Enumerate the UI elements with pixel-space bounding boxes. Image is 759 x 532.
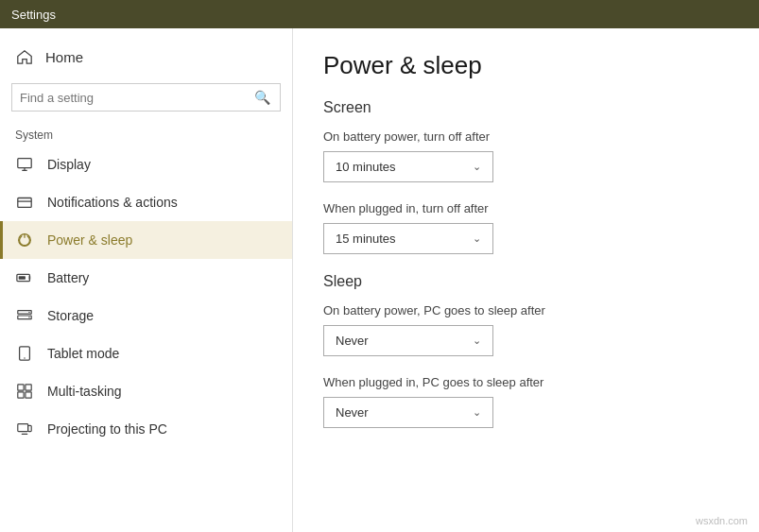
- screen-heading: Screen: [323, 99, 729, 116]
- sidebar: Home 🔍 System Display: [0, 28, 293, 532]
- home-icon: [15, 47, 34, 66]
- sidebar-item-multitasking[interactable]: Multi-tasking: [0, 372, 292, 410]
- main-content: Power & sleep Screen On battery power, t…: [293, 28, 759, 532]
- svg-point-8: [28, 317, 29, 317]
- svg-rect-14: [26, 392, 31, 398]
- notifications-icon: [15, 193, 34, 212]
- screen-plugged-value: 15 minutes: [336, 232, 396, 246]
- tablet-label: Tablet mode: [47, 346, 119, 361]
- display-icon: [15, 155, 34, 174]
- sidebar-item-storage[interactable]: Storage: [0, 297, 292, 335]
- sleep-section: Sleep On battery power, PC goes to sleep…: [323, 273, 729, 428]
- tablet-icon: [15, 344, 34, 363]
- screen-battery-arrow-icon: ⌄: [473, 161, 481, 173]
- screen-battery-row: On battery power, turn off after 10 minu…: [323, 129, 729, 182]
- battery-label: Battery: [47, 270, 89, 285]
- svg-rect-1: [18, 198, 31, 208]
- svg-rect-4: [19, 276, 26, 280]
- svg-point-10: [24, 357, 25, 358]
- sleep-battery-arrow-icon: ⌄: [473, 335, 481, 347]
- sleep-plugged-arrow-icon: ⌄: [473, 406, 481, 419]
- multitasking-label: Multi-tasking: [47, 384, 122, 399]
- title-bar: Settings: [0, 0, 759, 28]
- sleep-battery-row: On battery power, PC goes to sleep after…: [323, 303, 729, 356]
- storage-icon: [15, 306, 34, 325]
- watermark: wsxdn.com: [696, 515, 748, 526]
- svg-rect-0: [18, 159, 31, 168]
- sleep-plugged-row: When plugged in, PC goes to sleep after …: [323, 375, 729, 428]
- search-icon[interactable]: 🔍: [245, 84, 280, 111]
- sleep-plugged-dropdown[interactable]: Never ⌄: [323, 397, 493, 428]
- svg-rect-12: [26, 385, 31, 390]
- system-section-label: System: [0, 123, 292, 146]
- sleep-battery-label: On battery power, PC goes to sleep after: [323, 303, 729, 317]
- storage-label: Storage: [47, 308, 94, 323]
- power-icon: [15, 231, 34, 249]
- display-label: Display: [47, 157, 91, 172]
- screen-plugged-label: When plugged in, turn off after: [323, 201, 729, 215]
- home-label: Home: [45, 49, 83, 65]
- screen-plugged-arrow-icon: ⌄: [473, 232, 481, 245]
- screen-plugged-row: When plugged in, turn off after 15 minut…: [323, 201, 729, 254]
- sidebar-item-tablet[interactable]: Tablet mode: [0, 335, 292, 372]
- sleep-plugged-value: Never: [336, 405, 369, 420]
- sleep-battery-dropdown[interactable]: Never ⌄: [323, 325, 493, 356]
- battery-icon: [15, 268, 34, 287]
- svg-point-7: [28, 312, 29, 313]
- sidebar-item-notifications[interactable]: Notifications & actions: [0, 183, 292, 221]
- notifications-label: Notifications & actions: [47, 195, 178, 210]
- sleep-plugged-label: When plugged in, PC goes to sleep after: [323, 375, 729, 389]
- svg-rect-11: [18, 385, 24, 390]
- sidebar-item-projecting[interactable]: Projecting to this PC: [0, 410, 292, 448]
- screen-battery-label: On battery power, turn off after: [323, 129, 729, 144]
- screen-battery-value: 10 minutes: [336, 160, 396, 174]
- sidebar-item-display[interactable]: Display: [0, 146, 292, 183]
- home-button[interactable]: Home: [0, 38, 292, 76]
- svg-rect-13: [18, 392, 24, 398]
- sleep-heading: Sleep: [323, 273, 729, 290]
- multitasking-icon: [15, 382, 34, 401]
- svg-rect-16: [28, 425, 32, 431]
- projecting-label: Projecting to this PC: [47, 421, 167, 437]
- power-label: Power & sleep: [47, 232, 132, 248]
- app-container: Home 🔍 System Display: [0, 28, 759, 532]
- search-box: 🔍: [11, 83, 281, 112]
- page-title: Power & sleep: [323, 51, 729, 80]
- sidebar-item-battery[interactable]: Battery: [0, 259, 292, 297]
- sidebar-item-power[interactable]: Power & sleep: [0, 221, 292, 259]
- screen-section: Screen On battery power, turn off after …: [323, 99, 729, 254]
- screen-battery-dropdown[interactable]: 10 minutes ⌄: [323, 151, 493, 182]
- screen-plugged-dropdown[interactable]: 15 minutes ⌄: [323, 223, 493, 254]
- projecting-icon: [15, 420, 34, 438]
- svg-rect-15: [18, 424, 28, 432]
- sleep-battery-value: Never: [336, 334, 369, 348]
- search-input[interactable]: [12, 85, 245, 111]
- app-title: Settings: [11, 8, 56, 22]
